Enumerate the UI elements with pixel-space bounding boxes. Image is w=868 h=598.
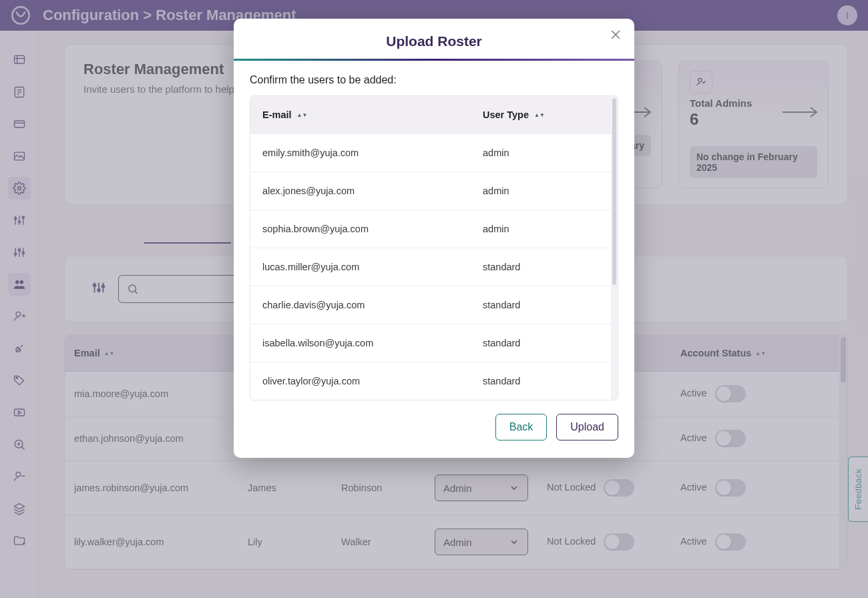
cell-email: sophia.brown@yuja.com bbox=[250, 210, 471, 248]
modal-row: sophia.brown@yuja.comadmin bbox=[250, 210, 618, 248]
cell-email: emily.smith@yuja.com bbox=[250, 134, 471, 172]
sort-icon: ▲▼ bbox=[534, 113, 545, 117]
cell-usertype: standard bbox=[471, 248, 618, 286]
modal-row: oliver.taylor@yuja.comstandard bbox=[250, 362, 618, 400]
cell-email: alex.jones@yuja.com bbox=[250, 172, 471, 210]
modal-col-email[interactable]: E-mail▲▼ bbox=[250, 96, 471, 134]
sort-icon: ▲▼ bbox=[297, 113, 308, 117]
modal-scrollbar[interactable] bbox=[611, 96, 618, 400]
modal-table: E-mail▲▼ User Type▲▼ emily.smith@yuja.co… bbox=[250, 95, 618, 400]
modal-row: lucas.miller@yuja.comstandard bbox=[250, 248, 618, 286]
cell-usertype: standard bbox=[471, 324, 618, 362]
modal-col-usertype[interactable]: User Type▲▼ bbox=[471, 96, 618, 134]
modal-row: isabella.wilson@yuja.comstandard bbox=[250, 324, 618, 362]
modal-title: Upload Roster bbox=[234, 19, 634, 59]
cell-usertype: admin bbox=[471, 134, 618, 172]
cell-usertype: admin bbox=[471, 172, 618, 210]
modal-row: alex.jones@yuja.comadmin bbox=[250, 172, 618, 210]
upload-roster-modal: Upload Roster Confirm the users to be ad… bbox=[234, 19, 634, 458]
cell-email: oliver.taylor@yuja.com bbox=[250, 362, 471, 400]
back-button[interactable]: Back bbox=[495, 414, 548, 440]
cell-usertype: admin bbox=[471, 210, 618, 248]
cell-email: charlie.davis@yuja.com bbox=[250, 286, 471, 324]
modal-row: charlie.davis@yuja.comstandard bbox=[250, 286, 618, 324]
modal-subtitle: Confirm the users to be added: bbox=[234, 61, 634, 95]
close-icon[interactable] bbox=[609, 28, 622, 44]
upload-button[interactable]: Upload bbox=[556, 414, 618, 440]
cell-usertype: standard bbox=[471, 362, 618, 400]
cell-email: lucas.miller@yuja.com bbox=[250, 248, 471, 286]
cell-usertype: standard bbox=[471, 286, 618, 324]
cell-email: isabella.wilson@yuja.com bbox=[250, 324, 471, 362]
modal-row: emily.smith@yuja.comadmin bbox=[250, 134, 618, 172]
